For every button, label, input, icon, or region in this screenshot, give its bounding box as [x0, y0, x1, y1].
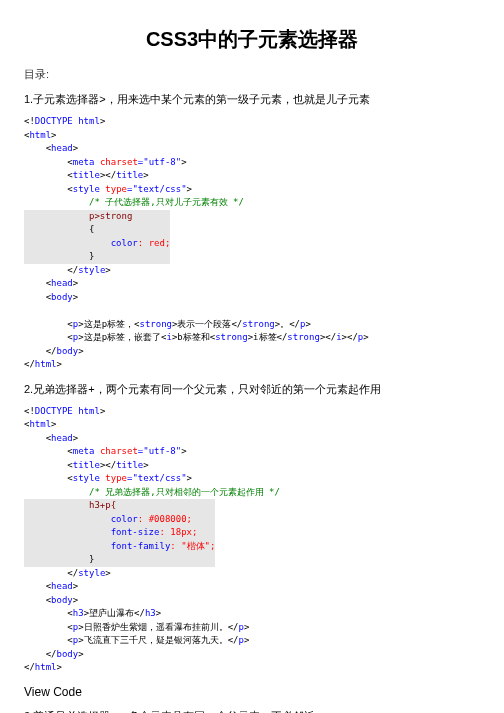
text: 飞流直下三千尺，疑是银河落九天。 — [84, 635, 228, 645]
section-3-heading: 3.普通兄弟选择器~，多个元素具有同一个父元素，不必邻近。 — [24, 709, 480, 714]
prop: font-size — [24, 527, 159, 537]
text: 望庐山瀑布 — [89, 608, 134, 618]
doctype: DOCTYPE html — [35, 116, 100, 126]
brace: { — [24, 224, 94, 234]
prop: color — [24, 238, 138, 248]
brace: } — [24, 554, 94, 564]
prop-val: : 18px; — [159, 527, 197, 537]
code-block-1: <!DOCTYPE html> <html> <head> <meta char… — [24, 115, 480, 372]
comment: /* 兄弟选择器,只对相邻的一个元素起作用 */ — [89, 487, 280, 497]
comment: /* 子代选择器,只对儿子元素有效 */ — [89, 197, 244, 207]
view-code-link-1[interactable]: View Code — [24, 685, 480, 699]
selector: p>strong — [24, 211, 132, 221]
prop-val: : red; — [138, 238, 171, 248]
code-block-2: <!DOCTYPE html> <html> <head> <meta char… — [24, 405, 480, 675]
section-2-heading: 2.兄弟选择器+，两个元素有同一个父元素，只对邻近的第一个元素起作用 — [24, 382, 480, 397]
brace: } — [24, 251, 94, 261]
selector: h3+p{ — [24, 500, 116, 510]
prop: font-family — [24, 541, 170, 551]
attr-val: ="utf-8" — [138, 157, 181, 167]
prop: color — [24, 514, 138, 524]
text: 日照香炉生紫烟，遥看瀑布挂前川。 — [84, 622, 228, 632]
toc-label: 目录: — [24, 67, 480, 82]
attr: charset — [94, 157, 137, 167]
prop-val: : #008000; — [138, 514, 192, 524]
section-1-heading: 1.子元素选择器>，用来选中某个元素的第一级子元素，也就是儿子元素 — [24, 92, 480, 107]
attr-val: ="text/css" — [127, 184, 187, 194]
page-title: CSS3中的子元素选择器 — [24, 26, 480, 53]
prop-val: : "楷体"; — [170, 541, 215, 551]
attr: type — [100, 184, 127, 194]
